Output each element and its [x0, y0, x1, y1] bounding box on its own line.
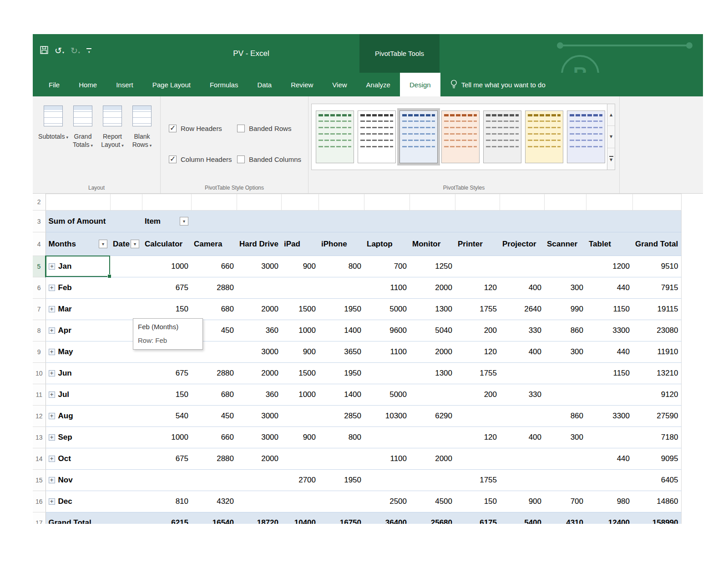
column-header-calculator[interactable]: Calculator [142, 232, 191, 256]
row-header[interactable]: 9 [33, 341, 46, 363]
value-cell[interactable]: 675 [142, 277, 191, 299]
row-header[interactable]: 12 [33, 406, 46, 427]
row-header[interactable]: 10 [33, 363, 46, 384]
value-cell[interactable]: 3300 [586, 406, 632, 427]
value-cell[interactable]: 2000 [237, 299, 281, 320]
gallery-scroll-down-button[interactable]: ▼ [607, 126, 615, 148]
date-header-cell[interactable]: Date▾ [110, 232, 142, 256]
value-cell[interactable]: 1950 [318, 363, 364, 384]
empty-cell[interactable] [586, 194, 632, 211]
value-cell[interactable]: 700 [544, 491, 586, 512]
value-cell[interactable]: 440 [586, 448, 632, 470]
month-cell-may[interactable]: +May [46, 341, 110, 363]
value-cell[interactable]: 120 [455, 277, 500, 299]
column-header-ipad[interactable]: iPad [281, 232, 318, 256]
value-cell[interactable]: 5000 [364, 384, 410, 406]
value-cell[interactable] [318, 277, 364, 299]
empty-cell[interactable] [237, 211, 281, 232]
month-cell-jan[interactable]: +Jan [46, 256, 110, 277]
grand-total-label-cell[interactable]: Grand Total [46, 512, 110, 524]
pivot-style-swatch-salmon[interactable] [441, 110, 480, 163]
column-header-laptop[interactable]: Laptop [364, 232, 410, 256]
value-cell[interactable] [410, 427, 455, 448]
row-header[interactable]: 14 [33, 448, 46, 470]
grand-total-value-cell[interactable]: 6215 [142, 512, 191, 524]
value-cell[interactable]: 1950 [318, 299, 364, 320]
value-cell[interactable]: 4500 [410, 491, 455, 512]
value-cell[interactable]: 1000 [281, 384, 318, 406]
tab-data[interactable]: Data [248, 73, 281, 96]
value-cell[interactable]: 800 [318, 427, 364, 448]
row-header[interactable]: 7 [33, 299, 46, 320]
tab-design[interactable]: Design [400, 73, 440, 96]
month-cell-dec[interactable]: +Dec [46, 491, 110, 512]
tab-analyze[interactable]: Analyze [357, 73, 400, 96]
value-cell[interactable]: 1100 [364, 277, 410, 299]
value-cell[interactable]: 2000 [410, 341, 455, 363]
value-cell[interactable] [318, 448, 364, 470]
value-cell[interactable] [500, 256, 544, 277]
expand-button[interactable]: + [49, 498, 55, 505]
value-cell[interactable] [586, 427, 632, 448]
empty-cell[interactable] [455, 194, 500, 211]
date-cell[interactable] [110, 256, 142, 277]
empty-cell[interactable] [410, 194, 455, 211]
value-cell[interactable]: 660 [191, 256, 237, 277]
item-filter-dropdown[interactable]: ▾ [180, 217, 188, 226]
value-cell[interactable]: 900 [500, 491, 544, 512]
row-header[interactable]: 11 [33, 384, 46, 406]
tab-page-layout[interactable]: Page Layout [143, 73, 200, 96]
date-cell[interactable] [110, 363, 142, 384]
value-cell[interactable]: 9095 [632, 448, 681, 470]
value-cell[interactable]: 2880 [191, 448, 237, 470]
value-cell[interactable]: 6405 [632, 470, 681, 491]
value-cell[interactable] [455, 448, 500, 470]
empty-cell[interactable] [191, 194, 237, 211]
date-cell[interactable] [110, 384, 142, 406]
value-cell[interactable]: 120 [455, 427, 500, 448]
value-cell[interactable]: 200 [455, 320, 500, 341]
value-cell[interactable]: 3000 [237, 341, 281, 363]
value-cell[interactable]: 14860 [632, 491, 681, 512]
value-cell[interactable]: 860 [544, 320, 586, 341]
value-cell[interactable]: 440 [586, 277, 632, 299]
value-cell[interactable]: 1000 [142, 427, 191, 448]
pivot-style-swatch-light-green[interactable] [316, 110, 354, 163]
value-cell[interactable]: 6290 [410, 406, 455, 427]
empty-cell[interactable] [110, 512, 142, 524]
grand-total-value-cell[interactable]: 16540 [191, 512, 237, 524]
value-cell[interactable]: 10300 [364, 406, 410, 427]
value-cell[interactable]: 9120 [632, 384, 681, 406]
tab-insert[interactable]: Insert [106, 73, 143, 96]
value-cell[interactable]: 360 [237, 320, 281, 341]
pivot-style-swatch-yellow[interactable] [525, 110, 563, 163]
value-cell[interactable] [410, 384, 455, 406]
value-cell[interactable]: 2640 [500, 299, 544, 320]
expand-button[interactable]: + [49, 349, 55, 355]
grand-total-value-cell[interactable]: 16750 [318, 512, 364, 524]
value-cell[interactable]: 1400 [318, 320, 364, 341]
empty-cell[interactable] [318, 194, 364, 211]
value-cell[interactable]: 23080 [632, 320, 681, 341]
value-cell[interactable]: 1500 [281, 299, 318, 320]
month-cell-feb[interactable]: +Feb [46, 277, 110, 299]
value-cell[interactable]: 2000 [410, 448, 455, 470]
value-cell[interactable]: 300 [544, 341, 586, 363]
value-cell[interactable]: 7180 [632, 427, 681, 448]
value-cell[interactable] [237, 277, 281, 299]
value-cell[interactable]: 1150 [586, 363, 632, 384]
expand-button[interactable]: + [49, 370, 55, 376]
value-cell[interactable]: 400 [500, 427, 544, 448]
row-header[interactable]: 6 [33, 277, 46, 299]
value-cell[interactable] [237, 491, 281, 512]
empty-cell[interactable] [46, 194, 110, 211]
expand-button[interactable]: + [49, 391, 55, 398]
value-cell[interactable]: 2000 [237, 363, 281, 384]
value-cell[interactable]: 1300 [410, 299, 455, 320]
value-cell[interactable]: 3000 [237, 406, 281, 427]
value-cell[interactable]: 660 [191, 427, 237, 448]
value-cell[interactable] [281, 491, 318, 512]
date-filter-dropdown[interactable]: ▾ [131, 240, 139, 248]
value-cell[interactable]: 200 [455, 384, 500, 406]
value-cell[interactable]: 150 [455, 491, 500, 512]
